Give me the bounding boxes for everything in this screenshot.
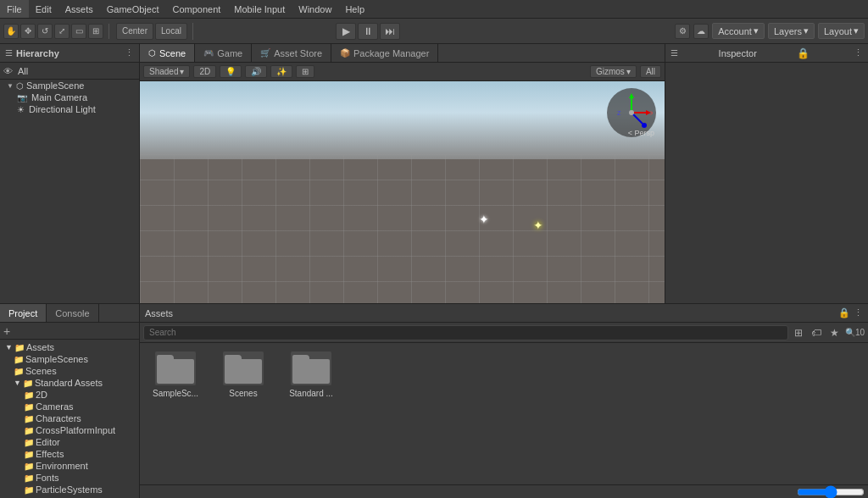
menu-help[interactable]: Help <box>338 0 371 18</box>
scene-root-item[interactable]: ▼ ⬡ SampleScene <box>0 80 139 91</box>
shaded-btn[interactable]: Shaded▾ <box>143 65 190 78</box>
tree-samplescenes[interactable]: 📁 SampleScenes <box>0 353 139 365</box>
rotate-tool-btn[interactable]: ↺ <box>37 24 53 39</box>
tree-editor[interactable]: 📁 Editor <box>0 436 139 448</box>
svg-text:Y: Y <box>629 91 633 92</box>
tab-package-manager[interactable]: 📦 Package Manager <box>331 44 438 62</box>
tab-project[interactable]: Project <box>0 304 47 322</box>
header-right: 🔒 ⋮ <box>838 307 863 318</box>
tree-scenes[interactable]: 📁 Scenes <box>0 365 139 377</box>
store-tab-label: Asset Store <box>274 48 322 58</box>
rect-tool-btn[interactable]: ▭ <box>71 24 86 39</box>
grid-btn[interactable]: ⊞ <box>296 65 314 78</box>
add-asset-btn[interactable]: + <box>3 324 10 338</box>
center-btn[interactable]: Center <box>116 23 153 40</box>
bottom-slider-bar <box>140 484 868 498</box>
cloud-icon[interactable]: ☁ <box>693 24 709 39</box>
folder-standard[interactable]: Standard ... <box>284 351 338 398</box>
local-btn[interactable]: Local <box>155 23 187 40</box>
tree-assets[interactable]: ▼ 📁 Assets <box>0 341 139 353</box>
tree-standard-assets[interactable]: ▼ 📁 Standard Assets <box>0 377 139 389</box>
characters-icon: 📁 <box>24 414 34 423</box>
inspector-more-btn[interactable]: ⋮ <box>854 47 863 58</box>
main-camera-item[interactable]: 📷 Main Camera <box>0 91 139 103</box>
hand-tool-btn[interactable]: ✋ <box>3 24 19 39</box>
menu-file[interactable]: File <box>0 0 29 18</box>
directional-light-item[interactable]: ☀ Directional Light <box>0 103 139 115</box>
scene-name-label: SampleScene <box>26 80 85 91</box>
pause-btn[interactable]: ⏸ <box>358 23 378 40</box>
std-icon: 📁 <box>23 379 33 388</box>
effects-label: Effects <box>36 449 64 459</box>
play-btn[interactable]: ▶ <box>336 23 356 40</box>
tree-crossplatform[interactable]: 📁 CrossPlatformInput <box>0 424 139 436</box>
game-tab-label: Game <box>217 48 242 58</box>
folder-standard-label: Standard ... <box>289 389 333 398</box>
layout-btn[interactable]: Layout ▾ <box>818 23 865 39</box>
scene-tab-icon: ⬡ <box>148 48 156 58</box>
menu-edit[interactable]: Edit <box>29 0 58 18</box>
scene-viewport[interactable]: ✦ ✦ <box>140 81 665 303</box>
assets-folder-icon: 📁 <box>14 343 25 352</box>
tab-console[interactable]: Console <box>47 304 98 322</box>
zoom-slider[interactable] <box>797 485 865 499</box>
scene-all-btn[interactable]: All <box>640 65 661 78</box>
folder-samplescenes-img <box>155 351 196 385</box>
scene-tab-label: Scene <box>159 48 186 58</box>
fonts-label: Fonts <box>36 473 59 483</box>
inspector-lock-btn[interactable]: 🔒 <box>797 47 810 59</box>
scene-toolbar: Shaded▾ 2D 💡 🔊 ✨ ⊞ Gizmos▾ All <box>140 63 665 81</box>
account-btn[interactable]: Account ▾ <box>712 23 765 39</box>
step-btn[interactable]: ⏭ <box>380 23 400 40</box>
2d-btn[interactable]: 2D <box>193 65 216 78</box>
menu-window[interactable]: Window <box>292 0 338 18</box>
hierarchy-header: ☰ Hierarchy ⋮ <box>0 44 139 63</box>
pkg-tab-icon: 📦 <box>340 48 350 58</box>
lighting-btn[interactable]: 💡 <box>220 65 242 78</box>
tree-effects[interactable]: 📁 Effects <box>0 448 139 460</box>
menu-assets[interactable]: Assets <box>58 0 100 18</box>
filter-by-label-btn[interactable]: 🏷 <box>809 327 824 339</box>
folder-scenes[interactable]: Scenes <box>216 351 270 398</box>
menu-component[interactable]: Component <box>165 0 227 18</box>
tree-particle-systems[interactable]: 📁 ParticleSystems <box>0 484 139 495</box>
scene-grid <box>140 154 665 303</box>
panel-menu-btn[interactable]: ⋮ <box>854 307 863 318</box>
project-toolbar: + <box>0 323 139 340</box>
std-label: Standard Assets <box>35 378 103 388</box>
tab-game[interactable]: 🎮 Game <box>195 44 252 62</box>
audio-btn[interactable]: 🔊 <box>245 65 267 78</box>
svg-text:X: X <box>650 110 653 116</box>
lock-panel-btn[interactable]: 🔒 <box>838 307 850 318</box>
folder-samplescenes[interactable]: SampleSc... <box>148 351 203 398</box>
play-controls: ▶ ⏸ ⏭ <box>336 23 400 40</box>
gizmo-overlay[interactable]: X Y Z < Persp <box>607 88 658 139</box>
tree-environment[interactable]: 📁 Environment <box>0 460 139 472</box>
collab-icon[interactable]: ⚙ <box>675 24 690 39</box>
favorites-btn[interactable]: ★ <box>827 327 842 339</box>
camera-marker: ✦ <box>479 213 489 226</box>
inspector-panel: ☰ Inspector 🔒 ⋮ <box>665 44 868 303</box>
camera-icon: 📷 <box>17 93 27 102</box>
assets-main: Assets 🔒 ⋮ ⊞ 🏷 ★ 🔍10 SampleSc... Scenes <box>140 304 868 498</box>
tree-fonts[interactable]: 📁 Fonts <box>0 472 139 484</box>
fx-btn[interactable]: ✨ <box>270 65 292 78</box>
search-input[interactable] <box>143 325 788 340</box>
gizmos-btn[interactable]: Gizmos▾ <box>590 65 637 78</box>
filter-by-type-btn[interactable]: ⊞ <box>792 327 805 339</box>
cameras-icon: 📁 <box>24 402 34 412</box>
tree-characters[interactable]: 📁 Characters <box>0 412 139 424</box>
samplescenes-label: SampleScenes <box>25 354 88 364</box>
scale-tool-btn[interactable]: ⤢ <box>54 24 70 39</box>
layers-btn[interactable]: Layers ▾ <box>768 23 815 39</box>
transform-tool-btn[interactable]: ⊞ <box>88 24 103 39</box>
tree-cameras[interactable]: 📁 Cameras <box>0 401 139 412</box>
menu-gameobject[interactable]: GameObject <box>100 0 166 18</box>
menu-mobile-input[interactable]: Mobile Input <box>227 0 292 18</box>
tab-scene[interactable]: ⬡ Scene <box>140 44 195 62</box>
hierarchy-panel: ☰ Hierarchy ⋮ 👁 All ▼ ⬡ SampleScene 📷 Ma… <box>0 44 140 303</box>
move-tool-btn[interactable]: ✥ <box>20 24 36 39</box>
tab-asset-store[interactable]: 🛒 Asset Store <box>252 44 331 62</box>
tree-2d[interactable]: 📁 2D <box>0 389 139 401</box>
hierarchy-menu-btn[interactable]: ⋮ <box>125 47 134 58</box>
